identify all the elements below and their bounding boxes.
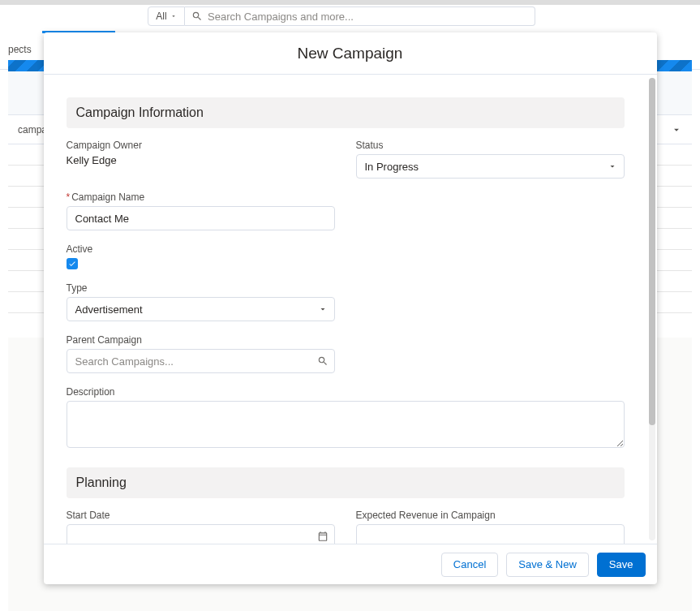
modal-header: New Campaign [44,32,657,75]
campaign-name-input[interactable] [67,206,335,230]
expected-revenue-input[interactable] [356,524,625,544]
active-label: Active [67,243,335,255]
start-date-label: Start Date [67,510,335,521]
parent-campaign-label: Parent Campaign [67,334,335,346]
section-planning: Planning [67,467,625,498]
parent-campaign-input[interactable] [67,349,335,373]
section-campaign-information: Campaign Information [67,97,625,128]
field-campaign-owner: Campaign Owner Kelly Edge [67,140,335,179]
field-status: Status In Progress [356,140,625,179]
modal-scrollbar[interactable] [649,78,655,540]
campaign-owner-value: Kelly Edge [67,154,335,166]
status-label: Status [356,140,625,151]
modal-title: New Campaign [298,45,403,62]
expected-revenue-label: Expected Revenue in Campaign [356,510,625,521]
type-select[interactable]: Advertisement [67,297,335,321]
scrollbar-thumb[interactable] [649,78,655,425]
field-description: Description [67,386,625,451]
save-button[interactable]: Save [597,553,646,577]
field-campaign-name: *Campaign Name [67,191,335,230]
search-icon [317,355,329,367]
save-and-new-button[interactable]: Save & New [506,553,589,577]
status-value: In Progress [365,161,419,173]
check-icon [68,260,76,268]
modal-body: Campaign Information Campaign Owner Kell… [44,75,647,544]
campaign-name-label: *Campaign Name [67,191,335,203]
calendar-icon[interactable] [317,531,329,542]
new-campaign-modal: New Campaign Campaign Information Campai… [44,32,657,584]
field-parent-campaign: Parent Campaign [67,334,335,373]
chevron-down-icon [318,304,328,314]
modal-footer: Cancel Save & New Save [44,544,657,584]
chevron-down-icon [608,161,617,171]
field-type: Type Advertisement [67,282,335,321]
active-checkbox[interactable] [67,258,78,269]
cancel-button[interactable]: Cancel [441,553,498,577]
close-button[interactable] [639,10,662,32]
type-value: Advertisement [75,303,143,316]
description-textarea[interactable] [67,401,625,448]
type-label: Type [67,282,335,294]
start-date-input[interactable] [67,524,335,544]
close-icon [639,10,657,28]
field-start-date: Start Date [67,510,335,544]
field-expected-revenue: Expected Revenue in Campaign [356,510,625,544]
modal-backdrop: New Campaign Campaign Information Campai… [0,0,700,611]
status-select[interactable]: In Progress [356,154,625,179]
description-label: Description [67,386,625,398]
field-active: Active [67,243,335,269]
campaign-owner-label: Campaign Owner [67,140,335,151]
